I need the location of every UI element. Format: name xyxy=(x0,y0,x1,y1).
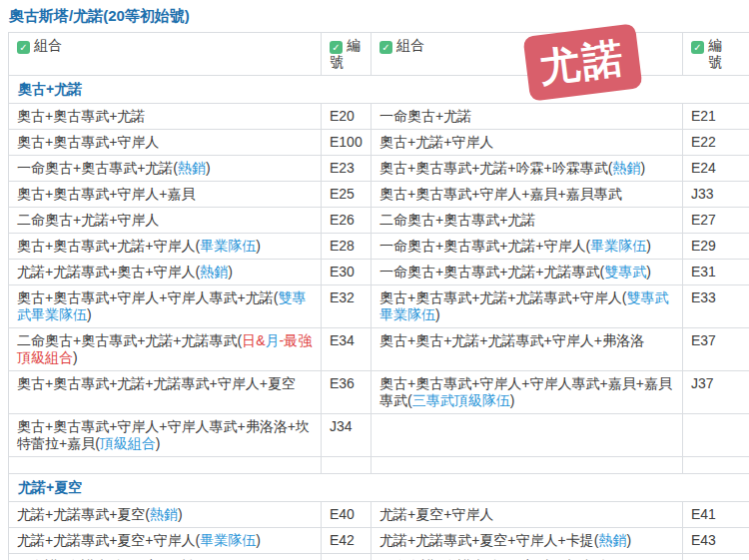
code-cell: J33 xyxy=(683,182,749,208)
code-cell: J37 xyxy=(683,371,749,414)
combo-text: 一命奧古+奧古專武+尤諾( xyxy=(17,160,178,176)
check-icon xyxy=(17,41,30,54)
combo-tag-text: 日& xyxy=(242,332,265,348)
combo-text: ) xyxy=(228,264,233,280)
combo-tag-text: 畢業隊伍 xyxy=(200,238,256,254)
combo-cell: 奧古+奧古專武+尤諾+尤諾專武+守岸人+夏空 xyxy=(9,371,322,414)
combo-text: 二命奧古+尤諾+守岸人 xyxy=(17,212,159,228)
combo-text: ) xyxy=(646,238,651,254)
combo-text: 尤諾+尤諾專武+夏空+守岸人+卡提( xyxy=(379,532,598,548)
code-cell: E34 xyxy=(322,328,372,371)
table-row: 奧古+奧古專武+尤諾E20一命奧古+尤諾E21 xyxy=(9,104,749,130)
combo-cell: 奧古+奧古+尤諾+尤諾專武+守岸人+弗洛洛 xyxy=(372,328,683,371)
combo-tag-text: 畢業隊伍 xyxy=(590,238,646,254)
code-cell: E28 xyxy=(322,234,372,260)
combo-cell: 尤諾+尤諾專武+奧古+守岸人(熱銷) xyxy=(9,260,322,285)
combo-text: ) xyxy=(435,306,440,322)
table-row: 奧古+奧古專武+守岸人E100奧古+尤諾+守岸人E22 xyxy=(9,130,749,156)
combo-cell: 奧古+奧古專武+守岸人+守岸人專武+尤諾(雙專武畢業隊伍) xyxy=(9,285,322,328)
combo-text: 二命奧古+奧古專武+尤諾+尤諾專武( xyxy=(17,332,242,348)
column-header-combo: 組合 xyxy=(9,33,322,76)
code-cell xyxy=(683,414,749,457)
code-cell: E29 xyxy=(683,234,749,260)
combo-text: ) xyxy=(510,392,515,408)
combo-cell: 尤諾+尤諾專武+夏空(熱銷) xyxy=(9,502,322,528)
combo-cell: 奧古+奧古專武+守岸人 xyxy=(9,130,322,156)
combo-tag-text: 頂級組合 xyxy=(100,435,156,451)
combo-cell: 尤諾+尤諾專武+夏空+守岸人+卡提(熱銷) xyxy=(372,528,683,554)
code-cell: E33 xyxy=(683,285,749,328)
combo-text: ) xyxy=(87,306,92,322)
combo-cell xyxy=(372,414,683,457)
combo-cell: 奧古+奧古專武+尤諾+尤諾專武+守岸人(雙專武畢業隊伍) xyxy=(372,285,683,328)
column-header-label: 編號 xyxy=(708,37,724,71)
code-cell: E40 xyxy=(322,502,372,528)
combo-cell: 一命奧古+奧古專武+尤諾+尤諾專武(雙專武) xyxy=(372,260,683,285)
table-row: 尤諾+尤諾專武+奧古+守岸人(熱銷)E30一命奧古+奧古專武+尤諾+尤諾專武(雙… xyxy=(9,260,749,285)
code-cell xyxy=(322,457,372,474)
column-header-label: 組合 xyxy=(34,37,62,53)
table-row: 奧古+奧古專武+尤諾+守岸人(畢業隊伍)E28一命奧古+奧古專武+尤諾+守岸人(… xyxy=(9,234,749,260)
code-cell: E37 xyxy=(683,328,749,371)
code-cell: E31 xyxy=(683,260,749,285)
code-cell: E44 xyxy=(322,554,372,560)
table-row: 奧古+奧古專武+守岸人+守岸人專武+弗洛洛+坎特蕾拉+嘉貝(頂級組合)J34 xyxy=(9,414,749,457)
code-cell: E36 xyxy=(322,371,372,414)
table-row: 二命奧古+奧古專武+尤諾+尤諾專武(日&月-最強頂級組合)E34奧古+奧古+尤諾… xyxy=(9,328,749,371)
combo-cell: 奧古+奧古專武+守岸人+守岸人專武+嘉貝+嘉貝專武(三專武頂級隊伍) xyxy=(372,371,683,414)
combo-text: 奧古+奧古專武+守岸人+守岸人專武+尤諾( xyxy=(17,289,278,305)
combo-cell: 奧古+奧古專武+尤諾 xyxy=(9,104,322,130)
combo-tag-text: 雙專武 xyxy=(604,264,646,280)
combo-cell: 奧古+奧古專武+尤諾+吟霖+吟霖專武(熱銷) xyxy=(372,156,683,182)
combo-text: 尤諾+尤諾專武+奧古+守岸人( xyxy=(17,264,200,280)
combo-cell: 二命奧古+奧古專武+尤諾 xyxy=(372,208,683,234)
combo-text: 奧古+奧古專武+尤諾+尤諾專武+守岸人( xyxy=(379,289,626,305)
combo-text: ) xyxy=(256,532,261,548)
yuno-stamp: 尤諾 xyxy=(522,23,642,101)
check-icon xyxy=(691,41,704,54)
code-cell: E21 xyxy=(683,104,749,130)
check-icon xyxy=(379,41,392,54)
combo-text: 奧古+奧古專武+守岸人+守岸人專武+弗洛洛+坎特蕾拉+嘉貝( xyxy=(17,418,310,451)
code-cell: E27 xyxy=(683,208,749,234)
combo-text: 一命奧古+奧古專武+尤諾+守岸人( xyxy=(379,238,590,254)
table-row: 一命奧古+奧古專武+尤諾(熱銷)E23奧古+奧古專武+尤諾+吟霖+吟霖專武(熱銷… xyxy=(9,156,749,182)
combo-text: 奧古+奧古專武+尤諾+尤諾專武+守岸人+夏空 xyxy=(17,375,296,391)
combo-text: 奧古+奧古專武+尤諾+吟霖+吟霖專武( xyxy=(379,160,612,176)
combo-cell: 奧古+尤諾+守岸人 xyxy=(372,130,683,156)
combo-text: 一命奧古+尤諾 xyxy=(379,108,471,124)
code-cell: E30 xyxy=(322,260,372,285)
table-row: 尤諾+尤諾專武+夏空(熱銷)E40尤諾+夏空+守岸人E41 xyxy=(9,502,749,528)
section-header-row: 尤諾+夏空 xyxy=(9,474,749,502)
code-cell: E26 xyxy=(322,208,372,234)
combo-text: 奧古+奧古專武+守岸人+嘉貝 xyxy=(17,186,196,202)
combo-cell: 一命奧古+尤諾 xyxy=(372,104,683,130)
combo-text: ) xyxy=(206,160,211,176)
code-cell: E42 xyxy=(322,528,372,554)
code-cell: E22 xyxy=(683,130,749,156)
combo-text: 奧古+奧古專武+尤諾+守岸人( xyxy=(17,238,200,254)
combo-cell: 尤諾+夏空+守岸人 xyxy=(372,502,683,528)
table-row xyxy=(9,457,749,474)
table-row: 奧古+奧古專武+守岸人+守岸人專武+尤諾(雙專武畢業隊伍)E32奧古+奧古專武+… xyxy=(9,285,749,328)
combo-text: 尤諾+尤諾專武+夏空( xyxy=(17,506,150,522)
combo-text: ) xyxy=(646,264,651,280)
combo-tag-text: 三專武頂級隊伍 xyxy=(412,392,510,408)
combo-tag-text: 畢業隊伍 xyxy=(200,532,256,548)
table-row: 二命奧古+尤諾+守岸人E26二命奧古+奧古專武+尤諾E27 xyxy=(9,208,749,234)
combo-tag-text: 熱銷 xyxy=(598,532,626,548)
table-row: 奧古+奧古專武+尤諾+尤諾專武+守岸人+夏空E36奧古+奧古專武+守岸人+守岸人… xyxy=(9,371,749,414)
table-row: 尤諾+尤諾專武+夏空+守岸人(畢業隊伍)E42尤諾+尤諾專武+夏空+守岸人+卡提… xyxy=(9,528,749,554)
combo-text: ) xyxy=(626,532,631,548)
check-icon xyxy=(330,41,343,54)
code-cell: E20 xyxy=(322,104,372,130)
combo-tag-text: 月 xyxy=(266,332,280,348)
combo-cell xyxy=(372,457,683,474)
combo-text: ) xyxy=(156,435,161,451)
combo-text: 一命奧古+奧古專武+尤諾+尤諾專武( xyxy=(379,264,604,280)
combo-text: ) xyxy=(256,238,261,254)
combo-cell xyxy=(9,457,322,474)
combo-cell: 二命奧古+尤諾+守岸人 xyxy=(9,208,322,234)
combo-tag-text: 熱銷 xyxy=(200,264,228,280)
combo-cell: 奧古+奧古專武+守岸人+嘉貝+嘉貝專武 xyxy=(372,182,683,208)
